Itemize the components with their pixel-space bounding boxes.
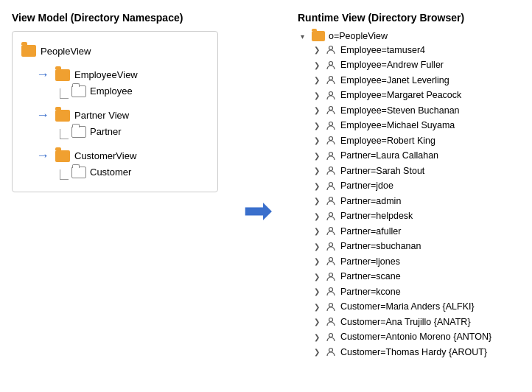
rt-item-label: Partner=jdoe: [340, 180, 393, 193]
svg-point-0: [329, 46, 333, 50]
rt-item-label: Employee=Janet Leverling: [340, 74, 449, 88]
rt-item-label: Employee=Robert King: [340, 135, 435, 148]
svg-point-20: [329, 349, 333, 352]
rt-item-label: Employee=tamuser4: [340, 44, 425, 57]
person-icon: [325, 256, 337, 267]
chevron-right-icon[interactable]: ❯: [314, 105, 321, 116]
list-item: ❯ Partner=scane: [314, 270, 520, 285]
rt-item-label: Employee=Andrew Fuller: [340, 59, 444, 72]
chevron-right-icon[interactable]: ❯: [314, 60, 321, 71]
svg-point-18: [329, 318, 333, 322]
svg-point-14: [329, 258, 333, 262]
label-partnerview: Partner View: [74, 110, 129, 121]
rt-item-label: Partner=kcone: [340, 286, 401, 299]
rt-item-label: Partner=scane: [340, 270, 401, 284]
svg-point-4: [329, 107, 333, 111]
arrow-icon-customerview: →: [36, 148, 49, 164]
label-employee: Employee: [90, 85, 133, 97]
rt-item-label: Partner=ljones: [340, 256, 400, 269]
rt-item-label: Partner=helpdesk: [340, 210, 413, 223]
list-item: ❯ Employee=Margaret Peacock: [314, 88, 520, 104]
chevron-right-icon[interactable]: ❯: [314, 151, 321, 161]
middle-arrow-area: ➡: [236, 12, 280, 380]
person-icon: [325, 91, 337, 101]
folder-icon-peopleview: [21, 45, 36, 57]
person-icon: [325, 242, 337, 252]
chevron-right-icon[interactable]: ❯: [314, 211, 321, 222]
list-item: ❯ Partner=Sarah Stout: [314, 164, 520, 179]
chevron-right-icon[interactable]: ❯: [314, 91, 321, 101]
person-icon: [325, 166, 337, 176]
svg-point-6: [329, 137, 333, 141]
folder-icon-partnerview: [55, 110, 70, 122]
person-icon: [325, 287, 337, 297]
rt-children-list: ❯ Employee=tamuser4 ❯ Employee=Andrew Fu…: [314, 43, 520, 360]
person-icon: [325, 272, 337, 282]
runtime-tree: ▾ o=PeopleView ❯ Employee=tamuser4 ❯ Emp…: [298, 31, 520, 360]
svg-point-5: [329, 122, 333, 125]
chevron-right-icon[interactable]: ❯: [314, 332, 321, 343]
person-icon: [325, 136, 337, 146]
list-item: ❯ Partner=helpdesk: [314, 209, 520, 225]
chevron-right-icon[interactable]: ❯: [314, 287, 321, 297]
chevron-right-icon[interactable]: ❯: [314, 347, 321, 357]
rt-folder-icon-root: [312, 31, 325, 41]
chevron-right-icon[interactable]: ❯: [314, 181, 321, 192]
chevron-right-icon[interactable]: ❯: [314, 75, 321, 85]
list-item: ❯ Employee=Steven Buchanan: [314, 103, 520, 119]
list-item: ❯ Partner=admin: [314, 194, 520, 209]
list-item: ❯ Employee=Andrew Fuller: [314, 58, 520, 74]
person-icon: [325, 45, 337, 55]
person-icon: [325, 347, 337, 357]
rt-root-label: o=PeopleView: [329, 31, 388, 41]
folder-icon-customerview: [55, 150, 70, 162]
list-item: ❯ Partner=Laura Callahan: [314, 149, 520, 164]
connector-line-employee: [60, 88, 69, 99]
chevron-right-icon[interactable]: ❯: [314, 196, 321, 206]
rt-item-label: Employee=Michael Suyama: [340, 119, 455, 133]
chevron-right-icon[interactable]: ❯: [314, 317, 321, 327]
tree-node-customerview: → CustomerView: [36, 147, 209, 165]
folder-icon-partner: [71, 126, 86, 138]
rt-item-label: Partner=admin: [340, 195, 401, 209]
tree-children-employeeview: Employee: [51, 85, 209, 99]
list-item: ❯ Employee=tamuser4: [314, 43, 520, 58]
svg-point-15: [329, 273, 333, 276]
person-icon: [325, 151, 337, 161]
chevron-right-icon[interactable]: ❯: [314, 226, 321, 237]
connector-line-partner: [60, 129, 69, 139]
folder-icon-employeeview: [55, 69, 70, 81]
label-partner: Partner: [90, 126, 122, 137]
rt-item-label: Partner=Sarah Stout: [340, 165, 424, 178]
rt-item-label: Customer=Ana Trujillo {ANATR}: [340, 316, 471, 329]
tree-children-customerview: Customer: [51, 167, 209, 180]
rt-item-label: Partner=Laura Callahan: [340, 150, 438, 163]
list-item: ❯ Customer=Maria Anders {ALFKI}: [314, 300, 520, 315]
chevron-right-icon[interactable]: ❯: [314, 45, 321, 55]
big-arrow-icon: ➡: [243, 193, 273, 228]
chevron-right-icon[interactable]: ❯: [314, 242, 321, 252]
chevron-right-icon[interactable]: ❯: [314, 256, 321, 267]
list-item: ❯ Employee=Janet Leverling: [314, 73, 520, 88]
chevron-right-icon[interactable]: ❯: [314, 302, 321, 312]
svg-point-16: [329, 288, 333, 292]
list-item: ❯ Partner=jdoe: [314, 179, 520, 195]
tree-node-partnerview: → Partner View: [36, 106, 209, 125]
list-item: ❯ Partner=ljones: [314, 254, 520, 270]
tree-node-peopleview: PeopleView: [21, 43, 209, 58]
left-panel: View Model (Directory Namespace) PeopleV…: [12, 12, 218, 380]
svg-point-8: [329, 167, 333, 171]
svg-point-11: [329, 212, 333, 216]
label-employeeview: EmployeeView: [74, 69, 138, 80]
person-icon: [325, 181, 337, 192]
chevron-right-icon[interactable]: ❯: [314, 272, 321, 282]
svg-point-19: [329, 333, 333, 337]
person-icon: [325, 226, 337, 237]
list-item: ❯ Partner=afuller: [314, 224, 520, 239]
chevron-right-icon[interactable]: ❯: [314, 166, 321, 176]
label-customerview: CustomerView: [74, 150, 136, 161]
chevron-right-icon[interactable]: ❯: [314, 136, 321, 146]
chevron-down-icon[interactable]: ▾: [301, 32, 308, 41]
chevron-right-icon[interactable]: ❯: [314, 121, 321, 131]
right-panel-title: Runtime View (Directory Browser): [298, 12, 520, 24]
